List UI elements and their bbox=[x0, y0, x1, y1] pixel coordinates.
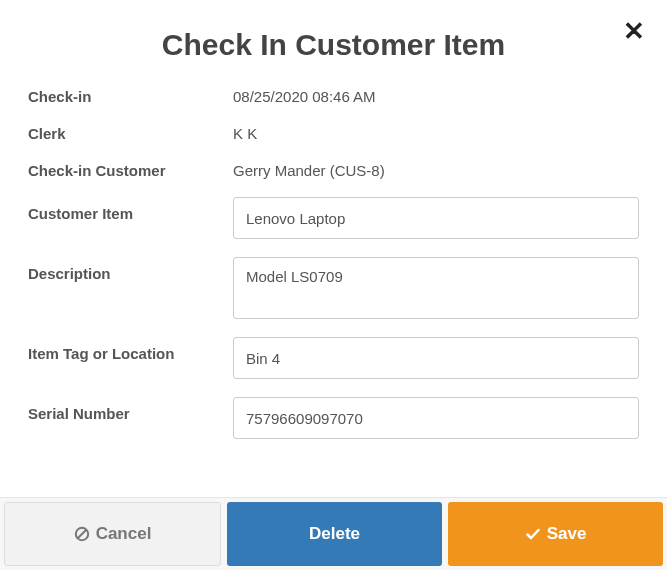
delete-label: Delete bbox=[309, 524, 360, 544]
cancel-label: Cancel bbox=[96, 524, 152, 544]
label-serial: Serial Number bbox=[28, 397, 233, 422]
input-description[interactable]: Model LS0709 bbox=[233, 257, 639, 319]
label-tag: Item Tag or Location bbox=[28, 337, 233, 362]
save-button[interactable]: Save bbox=[448, 502, 663, 566]
svg-line-1 bbox=[78, 530, 86, 538]
label-clerk: Clerk bbox=[28, 117, 233, 142]
row-clerk: Clerk K K bbox=[28, 117, 639, 142]
label-checkin: Check-in bbox=[28, 80, 233, 105]
value-checkin: 08/25/2020 08:46 AM bbox=[233, 80, 639, 105]
label-item: Customer Item bbox=[28, 197, 233, 222]
input-tag[interactable] bbox=[233, 337, 639, 379]
input-serial[interactable] bbox=[233, 397, 639, 439]
value-clerk: K K bbox=[233, 117, 639, 142]
label-description: Description bbox=[28, 257, 233, 282]
row-tag: Item Tag or Location bbox=[28, 337, 639, 379]
checkin-modal: ✕ Check In Customer Item Check-in 08/25/… bbox=[0, 0, 667, 570]
check-icon bbox=[525, 526, 541, 542]
row-description: Description Model LS0709 bbox=[28, 257, 639, 319]
button-bar: Cancel Delete Save bbox=[0, 497, 667, 570]
row-customer: Check-in Customer Gerry Mander (CUS-8) bbox=[28, 154, 639, 179]
close-icon: ✕ bbox=[623, 18, 645, 44]
label-customer: Check-in Customer bbox=[28, 154, 233, 179]
cancel-icon bbox=[74, 526, 90, 542]
row-serial: Serial Number bbox=[28, 397, 639, 439]
delete-button[interactable]: Delete bbox=[227, 502, 442, 566]
input-customer-item[interactable] bbox=[233, 197, 639, 239]
value-customer: Gerry Mander (CUS-8) bbox=[233, 154, 639, 179]
row-item: Customer Item bbox=[28, 197, 639, 239]
cancel-button[interactable]: Cancel bbox=[4, 502, 221, 566]
row-checkin: Check-in 08/25/2020 08:46 AM bbox=[28, 80, 639, 105]
close-button[interactable]: ✕ bbox=[623, 18, 645, 44]
save-label: Save bbox=[547, 524, 587, 544]
modal-title: Check In Customer Item bbox=[0, 0, 667, 80]
form-body: Check-in 08/25/2020 08:46 AM Clerk K K C… bbox=[0, 80, 667, 439]
